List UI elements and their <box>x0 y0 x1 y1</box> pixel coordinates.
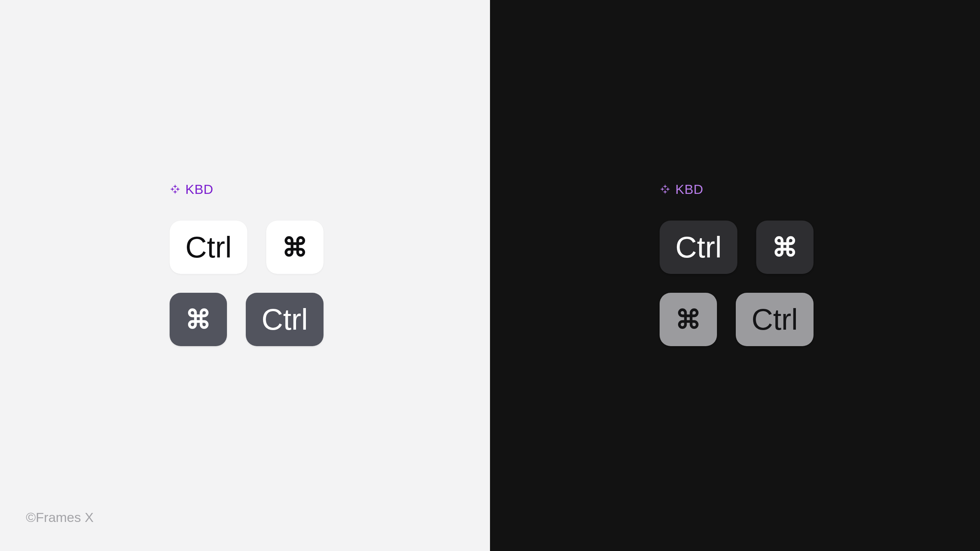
section-label: KBD <box>170 182 324 197</box>
section-label-text: KBD <box>675 182 703 197</box>
kbd-row-1: Ctrl ⌘ <box>170 221 324 274</box>
kbd-ctrl: Ctrl <box>736 293 814 346</box>
command-icon: ⌘ <box>675 307 701 332</box>
kbd-cmd: ⌘ <box>660 293 717 346</box>
section-label-text: KBD <box>185 182 213 197</box>
kbd-ctrl: Ctrl <box>246 293 324 346</box>
kbd-cmd: ⌘ <box>266 221 324 274</box>
kbd-row-1: Ctrl ⌘ <box>660 221 814 274</box>
command-icon: ⌘ <box>772 234 798 260</box>
kbd-row-2: ⌘ Ctrl <box>660 293 814 346</box>
light-panel: KBD Ctrl ⌘ ⌘ Ctrl ©Frames X <box>0 0 490 551</box>
command-icon: ⌘ <box>282 234 308 260</box>
kbd-cmd: ⌘ <box>756 221 814 274</box>
dark-panel: KBD Ctrl ⌘ ⌘ Ctrl <box>490 0 980 551</box>
sparkle-icon <box>170 184 181 195</box>
footer-credit: ©Frames X <box>26 510 93 525</box>
kbd-showcase-light: KBD Ctrl ⌘ ⌘ Ctrl <box>170 182 324 346</box>
kbd-row-2: ⌘ Ctrl <box>170 293 324 346</box>
sparkle-icon <box>660 184 671 195</box>
kbd-ctrl: Ctrl <box>660 221 737 274</box>
kbd-ctrl: Ctrl <box>170 221 247 274</box>
section-label: KBD <box>660 182 814 197</box>
kbd-cmd: ⌘ <box>170 293 227 346</box>
command-icon: ⌘ <box>185 307 211 332</box>
kbd-showcase-dark: KBD Ctrl ⌘ ⌘ Ctrl <box>660 182 814 346</box>
